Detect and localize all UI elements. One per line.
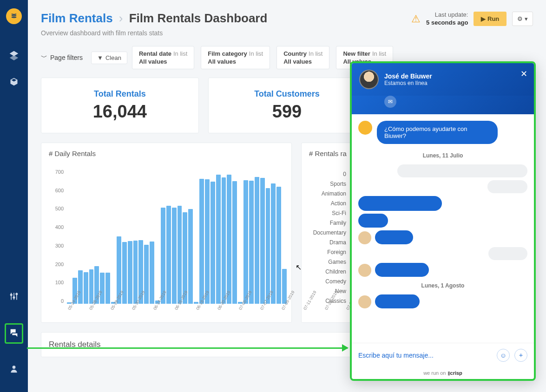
chart-bar[interactable] (178, 206, 182, 304)
chart-bar[interactable] (227, 175, 231, 304)
filter-name: New filter (343, 50, 370, 57)
cube-icon[interactable] (9, 77, 19, 88)
chart-bar[interactable] (266, 188, 270, 304)
chat-date-1: Lunes, 11 Julio (358, 152, 527, 159)
chat-agent-message (358, 196, 527, 211)
hbar-label: Documentary (309, 229, 350, 236)
chat-header: José de Biuwer Estamos en línea ✕ (352, 63, 534, 96)
smile-icon: ☺ (500, 352, 507, 359)
chart-bar[interactable] (205, 179, 210, 304)
chat-input[interactable] (358, 352, 492, 359)
page-filters-toggle[interactable]: ﹀ Page filters (41, 53, 83, 62)
hbar-label: Sci-Fi (309, 210, 350, 216)
chart-bar[interactable] (260, 178, 265, 304)
chart-bar[interactable] (199, 179, 204, 304)
app-logo[interactable] (6, 8, 22, 24)
chat-footer-brand[interactable]: crisp (450, 370, 462, 376)
chat-intro-message: ¿Cómo podemos ayudarte con Biuwer? (377, 121, 498, 144)
user-icon[interactable] (9, 364, 19, 375)
clean-label: Clean (105, 54, 121, 61)
page-subtitle: Overview dashboard with film rentals sta… (41, 29, 411, 37)
chart-bar[interactable] (222, 177, 226, 304)
filter-name: Film category (208, 50, 247, 57)
chat-add-button[interactable]: ＋ (514, 349, 527, 362)
filter-card[interactable]: Rental dateIn listAll values (132, 46, 194, 69)
run-label: Run (487, 15, 499, 22)
stat-value: 599 (214, 102, 360, 122)
hbar-label: Children (309, 268, 350, 275)
page-filters-label: Page filters (50, 54, 83, 61)
funnel-icon: ▼ (97, 54, 103, 61)
filter-value: All values (283, 58, 322, 65)
chat-user-message (358, 247, 527, 260)
settings-button[interactable]: ⚙ ▾ (512, 12, 533, 26)
gear-icon: ⚙ (517, 15, 523, 22)
layers-icon[interactable] (9, 50, 19, 62)
stat-card: Total Rentals16,044 (41, 78, 199, 133)
chat-agent-message (358, 230, 527, 244)
filter-card[interactable]: Film categoryIn listAll values (201, 46, 270, 69)
chat-date-2: Lunes, 1 Agosto (358, 282, 527, 289)
chart-bar[interactable] (211, 182, 215, 304)
chat-close-button[interactable]: ✕ (520, 69, 527, 79)
stat-label: Total Rentals (47, 89, 193, 99)
breadcrumb: Film Rentals › Film Rentals Dashboard (41, 11, 411, 26)
mail-icon: ✉ (388, 98, 393, 105)
filter-mode: In list (249, 50, 263, 57)
chart-bar[interactable] (271, 183, 276, 304)
chart-bar[interactable] (249, 181, 254, 304)
chat-mail-button[interactable]: ✉ (384, 96, 396, 108)
filter-mode: In list (173, 50, 187, 57)
page-title: Film Rentals Dashboard (129, 11, 268, 25)
hbar-label: Sports (309, 181, 350, 187)
svg-point-2 (16, 293, 17, 294)
hbar-label: Comedy (309, 278, 350, 285)
chat-nav-highlight (5, 323, 23, 344)
breadcrumb-root[interactable]: Film Rentals (41, 11, 113, 25)
chart-bar[interactable] (232, 181, 237, 304)
chart-bar[interactable] (276, 187, 281, 304)
hbar-label: Family (309, 220, 350, 226)
chart-bar[interactable] (216, 175, 221, 304)
hbar-label: Drama (309, 239, 350, 246)
chat-brand-icon (358, 121, 372, 135)
svg-point-0 (11, 294, 12, 295)
stat-label: Total Customers (214, 89, 360, 99)
last-update-value: 5 seconds ago (426, 19, 468, 27)
chart-bar[interactable] (161, 208, 165, 304)
clean-filters-button[interactable]: ▼ Clean (91, 52, 127, 64)
chart-title: # Daily Rentals (41, 143, 291, 164)
chat-agent-message (358, 294, 527, 308)
chat-status: Estamos en línea (384, 80, 432, 86)
filter-card[interactable]: CountryIn listAll values (276, 46, 329, 69)
chart-bar[interactable] (133, 241, 138, 304)
chat-icon[interactable] (9, 327, 19, 340)
chat-messages: ¿Cómo podemos ayudarte con Biuwer? Lunes… (352, 114, 534, 343)
filter-mode: In list (309, 50, 322, 57)
chart-bar[interactable] (172, 208, 177, 304)
sliders-icon[interactable] (9, 292, 19, 303)
warning-icon: ⚠ (411, 13, 421, 25)
filter-mode: In list (372, 50, 386, 57)
chat-panel: José de Biuwer Estamos en línea ✕ ✉ ¿Cóm… (350, 61, 536, 381)
filter-name: Country (283, 50, 307, 57)
run-button[interactable]: ▶ Run (474, 12, 507, 26)
chart-bar[interactable] (255, 177, 259, 304)
chat-agent-name: José de Biuwer (384, 72, 432, 80)
chat-user-message (358, 164, 527, 177)
chart-bar[interactable] (188, 209, 193, 304)
chart-bar[interactable] (243, 180, 248, 304)
stat-card: Total Customers599 (208, 78, 366, 133)
chat-emoji-button[interactable]: ☺ (497, 349, 510, 362)
hbar-label: Foreign (309, 249, 350, 255)
filter-name: Rental date (139, 50, 171, 57)
hbar-label: Action (309, 200, 350, 207)
chat-agent-message (358, 263, 527, 277)
plus-icon: ＋ (518, 351, 524, 359)
logo-icon (9, 12, 19, 21)
hbar-label: Animation (309, 190, 350, 197)
filter-value: All values (139, 58, 187, 65)
chart-bar[interactable] (166, 206, 171, 304)
mouse-cursor: ↖ (296, 263, 302, 272)
last-update-label: Last update: (426, 11, 468, 19)
